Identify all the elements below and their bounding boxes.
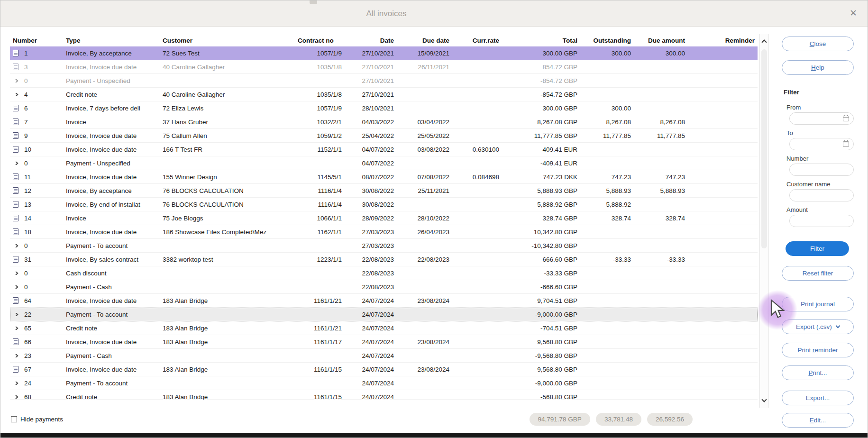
cell-type: Payment - To account — [63, 242, 160, 249]
cell-customer: 3382 worktop test — [160, 256, 295, 263]
amount-filter-input[interactable] — [789, 215, 854, 227]
cell-curr_rate: 0.084698 — [452, 173, 502, 181]
cell-number: 11 — [21, 173, 63, 181]
column-header-due-amount[interactable]: Due amount — [634, 37, 688, 44]
cell-total: -9,000.00 GBP — [502, 311, 580, 318]
table-row[interactable]: 22Payment - To account24/07/2024-9,000.0… — [10, 308, 758, 321]
table-row[interactable]: 0Payment - Unspecified27/10/2021-854.72 … — [10, 74, 758, 88]
button-label: ournal — [817, 301, 835, 308]
chevron-right-icon — [10, 272, 21, 275]
table-row[interactable]: 13Invoice, By end of installat76 BLOCKS … — [10, 198, 758, 211]
cell-customer: 155 Winner Design — [160, 173, 295, 181]
table-row[interactable]: 0Payment - Unspecified04/07/2022-409.41 … — [10, 156, 758, 170]
column-header-number[interactable]: Number — [10, 37, 63, 44]
cell-customer: 186 Showcase Files Completed\Mez — [160, 228, 295, 236]
scrollbar-thumb[interactable] — [761, 49, 767, 248]
export-button[interactable]: Export... — [782, 391, 854, 405]
column-header-due-date[interactable]: Due date — [397, 37, 452, 44]
cell-date: 28/09/2022 — [345, 215, 397, 222]
help-button[interactable]: Help — [782, 60, 854, 75]
table-row[interactable]: 1Invoice, By acceptance72 Sues Test1057/… — [10, 46, 758, 60]
table-row[interactable]: 67Invoice, Invoice due date183 Alan Brid… — [10, 363, 758, 376]
scroll-up-icon[interactable] — [760, 36, 768, 46]
table-row[interactable]: 0Payment - To account27/03/2023-10,342.8… — [10, 239, 758, 253]
table-row[interactable]: 23Payment - Cash24/07/2024-9,568.80 GBP — [10, 349, 758, 363]
print-button[interactable]: Print... — [782, 365, 854, 380]
cell-total: -33.33 GBP — [502, 270, 580, 277]
table-row[interactable]: 4Credit note40 Caroline Gallagher1035/1/… — [10, 88, 758, 101]
scroll-down-icon[interactable] — [760, 395, 768, 406]
print-reminder-button[interactable]: Print reminder — [782, 343, 854, 357]
reset-filter-button[interactable]: Reset filter — [782, 266, 854, 281]
table-body[interactable]: 1Invoice, By acceptance72 Sues Test1057/… — [10, 46, 758, 400]
cell-number: 0 — [21, 270, 63, 277]
table-row[interactable]: 65Credit note183 Alan Bridge1161/1/2124/… — [10, 321, 758, 335]
cell-outstanding: 11,777.85 — [580, 132, 634, 139]
cell-number: 0 — [21, 242, 63, 249]
from-date-filter-input[interactable] — [789, 112, 854, 125]
filter-button[interactable]: Filter — [786, 241, 849, 256]
table-row[interactable]: 64Invoice, Invoice due date183 Alan Brid… — [10, 294, 758, 308]
button-label: dit... — [814, 417, 826, 424]
column-header-type[interactable]: Type — [63, 37, 160, 44]
title-bar: All invoices ✕ — [0, 0, 868, 27]
table-row[interactable]: 18Invoice, Invoice due date186 Showcase … — [10, 225, 758, 239]
cell-total: 9,568.80 GBP — [502, 338, 580, 346]
table-row[interactable]: 11Invoice, Invoice due date155 Winner De… — [10, 170, 758, 184]
column-header-customer[interactable]: Customer — [160, 37, 295, 44]
cell-customer: 40 Caroline Gallagher — [160, 91, 295, 98]
table-row[interactable]: 12Invoice, By acceptance76 BLOCKS CALCUL… — [10, 184, 758, 198]
table-row[interactable]: 0Payment - Cash22/08/2023-666.60 GBP — [10, 280, 758, 294]
column-header-outstanding[interactable]: Outstanding — [580, 37, 634, 44]
close-button[interactable]: Close — [782, 36, 854, 51]
cell-curr_rate: 0.630100 — [452, 146, 502, 153]
column-header-reminder[interactable]: Reminder — [688, 37, 758, 44]
cell-due_amount: 8,267.08 — [634, 119, 688, 126]
customer-name-filter-input[interactable] — [789, 189, 854, 201]
cell-contract: 1161/1/15 — [295, 393, 345, 401]
window-close-icon[interactable]: ✕ — [850, 8, 857, 18]
table-row[interactable]: 66Invoice, Invoice due date183 Alan Brid… — [10, 335, 758, 349]
cell-type: Payment - Cash — [63, 352, 160, 359]
cell-contract: 1066/1/1 — [295, 215, 345, 222]
cell-type: Invoice, Invoice due date — [63, 132, 160, 139]
cell-type: Credit note — [63, 393, 160, 401]
table-row[interactable]: 14Invoice75 Joe Bloggs1066/1/128/09/2022… — [10, 211, 758, 225]
button-label: Print — [801, 301, 816, 308]
cell-total: -9,000.00 GBP — [502, 380, 580, 387]
cell-outstanding: -33.33 — [580, 256, 634, 263]
cell-number: 1 — [21, 50, 63, 57]
table-row[interactable]: 68Credit note183 Alan Bridge1161/1/1524/… — [10, 390, 758, 400]
export-csv-button[interactable]: Export (.csv) — [782, 319, 854, 334]
cell-due_date: 03/08/2022 — [397, 146, 452, 153]
number-filter-input[interactable] — [789, 164, 854, 176]
table-row[interactable]: 31Invoice, By sales contract3382 worktop… — [10, 253, 758, 266]
table-row[interactable]: 3Invoice, Invoice due date40 Caroline Ga… — [10, 60, 758, 74]
table-row[interactable]: 0Cash discount22/08/2023-33.33 GBP — [10, 266, 758, 280]
hide-payments-control[interactable]: Hide payments — [11, 416, 63, 423]
table-row[interactable]: 6Invoice, 7 days before deli72 Eliza Lew… — [10, 101, 758, 115]
column-header-curr-rate[interactable]: Curr.rate — [452, 37, 502, 44]
table-row[interactable]: 10Invoice, Invoice due date166 T Test FR… — [10, 143, 758, 156]
cell-due_date: 26/11/2021 — [397, 64, 452, 71]
cell-total: 9,704.51 GBP — [502, 297, 580, 304]
cell-type: Invoice — [63, 215, 160, 222]
table-row[interactable]: 9Invoice, Invoice due date75 Callum Alle… — [10, 129, 758, 143]
column-header-total[interactable]: Total — [502, 37, 580, 44]
total-pill: 33,781.48 — [596, 413, 641, 426]
print-journal-button[interactable]: Print journal — [782, 297, 854, 311]
cell-outstanding: 300.00 — [580, 105, 634, 112]
table-row[interactable]: 24Payment - To account24/07/2024-9,000.0… — [10, 376, 758, 390]
to-date-filter-input[interactable] — [789, 138, 854, 150]
column-header-contract-no[interactable]: Contract no — [295, 37, 345, 44]
from-date-filter-label: From — [786, 104, 801, 111]
cell-type: Invoice, By sales contract — [63, 256, 160, 263]
vertical-scrollbar[interactable] — [759, 34, 769, 408]
edit-button[interactable]: Edit... — [782, 413, 854, 428]
column-header-date[interactable]: Date — [345, 37, 397, 44]
total-pill: 26,592.56 — [647, 413, 693, 426]
table-row[interactable]: 7Invoice37 Hans Gruber1032/2/104/03/2022… — [10, 115, 758, 129]
cell-customer: 37 Hans Gruber — [160, 119, 295, 126]
hide-payments-checkbox[interactable] — [11, 416, 17, 422]
cell-type: Payment - To account — [63, 311, 160, 318]
